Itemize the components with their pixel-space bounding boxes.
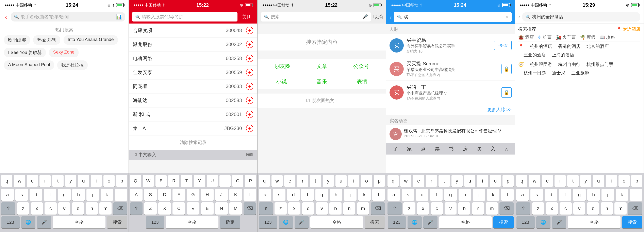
tag-iseeyu[interactable]: I See You 姜敏赫	[4, 48, 46, 57]
add-stock-2[interactable]: +	[246, 55, 253, 62]
add-stock-1[interactable]: +	[246, 41, 253, 48]
key-r-5[interactable]: r	[554, 175, 566, 187]
delete-key-2[interactable]: ⌫	[244, 202, 256, 214]
key-c-5[interactable]: c	[560, 202, 572, 214]
key-t-3[interactable]: t	[310, 175, 321, 187]
lock-btn-1[interactable]: 🔒	[502, 64, 512, 74]
key-c-1[interactable]: c	[44, 202, 57, 214]
key-f-4[interactable]: f	[430, 189, 442, 201]
key-v-5[interactable]: v	[573, 202, 586, 214]
candidate-3[interactable]: 票	[435, 146, 440, 152]
key-p-1[interactable]: p	[116, 175, 127, 187]
mic-key-3[interactable]: 🎤	[294, 216, 309, 228]
key-u-3[interactable]: u	[336, 175, 346, 187]
key-g-3[interactable]: g	[316, 189, 328, 201]
key-v-3[interactable]: v	[316, 202, 328, 214]
key-q-3[interactable]: q	[259, 175, 270, 187]
tag-sexyzone[interactable]: Sexy Zone	[49, 48, 78, 57]
shift-key-5[interactable]: ⇧	[516, 202, 530, 214]
back-button-4[interactable]: ‹	[390, 13, 392, 21]
key-b-1[interactable]: b	[72, 202, 84, 214]
back-button-1[interactable]: ‹	[3, 12, 9, 22]
tag-zhengjun[interactable]: 热爱 郑钧	[33, 35, 60, 45]
candidate-6[interactable]: 买	[477, 146, 482, 152]
key-E-2[interactable]: E	[156, 175, 166, 187]
key-q-4[interactable]: q	[388, 175, 399, 187]
key-r-1[interactable]: r	[40, 175, 50, 187]
numbers-key-2[interactable]: 123	[146, 216, 164, 228]
key-a-3[interactable]: a	[259, 189, 271, 201]
cat-moments[interactable]: 朋友圈	[275, 63, 290, 70]
key-o-4[interactable]: o	[490, 175, 501, 187]
key-x-1[interactable]: x	[31, 202, 43, 214]
key-m-4[interactable]: m	[486, 202, 498, 214]
key-b-3[interactable]: b	[330, 202, 342, 214]
key-g-1[interactable]: g	[58, 189, 70, 201]
key-o-5[interactable]: o	[618, 175, 630, 187]
key-w-4[interactable]: w	[400, 175, 412, 187]
rec-tickets[interactable]: 杭州景点门票	[586, 61, 613, 68]
key-n-4[interactable]: n	[472, 202, 484, 214]
key-k-3[interactable]: k	[358, 189, 371, 201]
candidate-1[interactable]: 家	[407, 146, 412, 152]
key-i-3[interactable]: i	[348, 175, 359, 187]
key-y-3[interactable]: y	[323, 175, 334, 187]
rec-sanya-travel[interactable]: 三亚旅游	[571, 70, 589, 76]
rec-free[interactable]: 杭州自由行	[558, 61, 580, 68]
stock-search-input[interactable]: 🔍 请输入股票代码/简拼	[132, 12, 238, 22]
key-y-1[interactable]: y	[65, 175, 76, 187]
search-input-box-1[interactable]: 🔍 歌手名/歌曲名/歌单/歌词 📊	[11, 12, 125, 22]
key-X-2[interactable]: X	[158, 202, 171, 214]
mic-key-5[interactable]: 🎤	[552, 216, 566, 228]
key-m-5[interactable]: m	[614, 202, 626, 214]
mic-key-1[interactable]: 🎤	[37, 216, 51, 228]
shift-key-3[interactable]: ⇧	[259, 202, 273, 214]
tag-ariana[interactable]: Into You Ariana Grande	[64, 35, 118, 45]
key-F-2[interactable]: F	[172, 189, 185, 201]
numbers-key-3[interactable]: 123	[259, 216, 277, 228]
key-I-2[interactable]: I	[220, 175, 230, 187]
key-Y-2[interactable]: Y	[194, 175, 205, 187]
search-key-3[interactable]: 搜索	[364, 216, 385, 228]
moments-hot-bar[interactable]: ☑ 朋友圈热文 ›	[258, 93, 386, 108]
key-m-3[interactable]: m	[357, 202, 369, 214]
key-V-2[interactable]: V	[187, 202, 199, 214]
key-z-4[interactable]: z	[403, 202, 416, 214]
key-W-2[interactable]: W	[143, 175, 154, 187]
back-button-5[interactable]: ‹	[518, 14, 520, 20]
key-L-2[interactable]: L	[244, 189, 256, 201]
add-stock-6[interactable]: +	[246, 111, 253, 118]
add-stock-7[interactable]: +	[246, 125, 253, 132]
key-u-1[interactable]: u	[78, 175, 89, 187]
key-a-5[interactable]: a	[516, 189, 529, 201]
key-w-5[interactable]: w	[529, 175, 540, 187]
key-H-2[interactable]: H	[201, 189, 214, 201]
key-k-1[interactable]: k	[100, 189, 113, 201]
key-j-1[interactable]: j	[86, 189, 99, 201]
key-x-4[interactable]: x	[417, 202, 429, 214]
hotel-search-input[interactable]: 🔍 杭州的全部酒店	[522, 12, 640, 22]
space-key-2[interactable]: 空格	[166, 216, 218, 228]
confirm-key-2[interactable]: 确定	[220, 216, 240, 228]
key-T-2[interactable]: T	[181, 175, 192, 187]
key-t-5[interactable]: t	[567, 175, 578, 187]
connect-btn-0[interactable]: +好友	[494, 41, 512, 50]
key-B-2[interactable]: B	[201, 202, 214, 214]
key-h-4[interactable]: h	[458, 189, 471, 201]
key-G-2[interactable]: G	[187, 189, 199, 201]
key-o-3[interactable]: o	[361, 175, 372, 187]
rec-beijing[interactable]: 北京的酒店	[586, 43, 609, 50]
key-O-2[interactable]: O	[232, 175, 243, 187]
delete-key-1[interactable]: ⌫	[113, 202, 127, 214]
key-R-2[interactable]: R	[168, 175, 179, 187]
key-u-5[interactable]: u	[593, 175, 604, 187]
key-l-5[interactable]: l	[630, 189, 642, 201]
key-h-1[interactable]: h	[72, 189, 85, 201]
globe-key-4[interactable]: 🌐	[408, 216, 422, 228]
tag-dulala[interactable]: 我是杜拉拉	[57, 60, 88, 70]
key-n-1[interactable]: n	[86, 202, 98, 214]
delete-key-5[interactable]: ⌫	[628, 202, 642, 214]
rec-hangzhou[interactable]: 杭州的酒店	[530, 43, 552, 50]
cat-music[interactable]: 音乐	[316, 78, 327, 85]
numbers-key-5[interactable]: 123	[516, 216, 535, 228]
